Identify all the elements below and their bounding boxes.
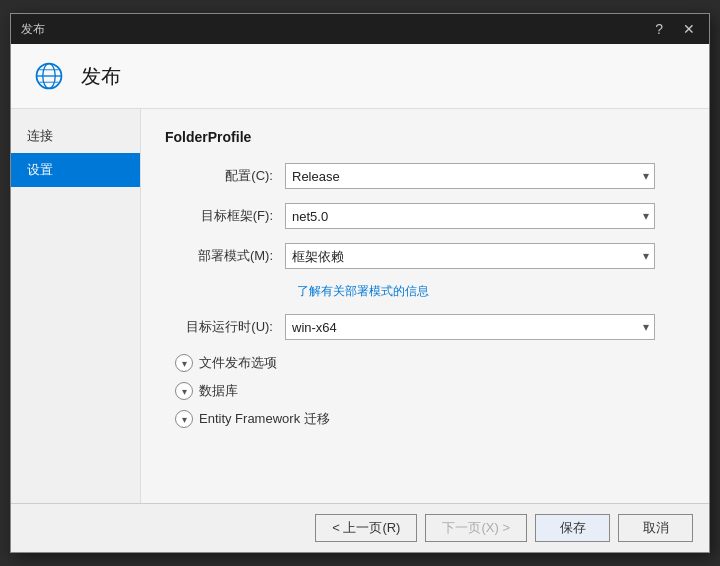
- deploy-mode-select-wrapper: 框架依赖 独立: [285, 243, 655, 269]
- sidebar-item-connect[interactable]: 连接: [11, 119, 140, 153]
- framework-select-wrapper: net5.0 net6.0 net7.0: [285, 203, 655, 229]
- title-bar-left: 发布: [21, 21, 45, 38]
- globe-icon: [33, 60, 65, 92]
- footer: < 上一页(R) 下一页(X) > 保存 取消: [11, 503, 709, 552]
- header-icon: [31, 58, 67, 94]
- runtime-label: 目标运行时(U):: [165, 318, 285, 336]
- next-button[interactable]: 下一页(X) >: [425, 514, 527, 542]
- deploy-mode-label: 部署模式(M):: [165, 247, 285, 265]
- ef-migration-section[interactable]: ▾ Entity Framework 迁移: [175, 410, 685, 428]
- runtime-row: 目标运行时(U): win-x64 win-x86 linux-x64 osx-…: [165, 314, 685, 340]
- deploy-info-link[interactable]: 了解有关部署模式的信息: [297, 283, 685, 300]
- main-content: FolderProfile 配置(C): Release Debug 目标框架(…: [141, 109, 709, 503]
- prev-button[interactable]: < 上一页(R): [315, 514, 417, 542]
- cancel-button[interactable]: 取消: [618, 514, 693, 542]
- sidebar-item-settings-label: 设置: [27, 161, 53, 179]
- sidebar-item-connect-label: 连接: [27, 127, 53, 145]
- deploy-mode-select[interactable]: 框架依赖 独立: [285, 243, 655, 269]
- framework-label: 目标框架(F):: [165, 207, 285, 225]
- header: 发布: [11, 44, 709, 109]
- title-bar-title: 发布: [21, 21, 45, 38]
- config-select[interactable]: Release Debug: [285, 163, 655, 189]
- header-title: 发布: [81, 63, 121, 90]
- runtime-select[interactable]: win-x64 win-x86 linux-x64 osx-x64: [285, 314, 655, 340]
- config-label: 配置(C):: [165, 167, 285, 185]
- sidebar-item-settings[interactable]: 设置: [11, 153, 140, 187]
- close-button[interactable]: ✕: [679, 19, 699, 39]
- file-publish-expand-icon: ▾: [175, 354, 193, 372]
- config-select-wrapper: Release Debug: [285, 163, 655, 189]
- sidebar: 连接 设置: [11, 109, 141, 503]
- database-section[interactable]: ▾ 数据库: [175, 382, 685, 400]
- title-bar-right: ? ✕: [651, 19, 699, 39]
- save-button[interactable]: 保存: [535, 514, 610, 542]
- file-publish-section[interactable]: ▾ 文件发布选项: [175, 354, 685, 372]
- section-title: FolderProfile: [165, 129, 685, 145]
- config-row: 配置(C): Release Debug: [165, 163, 685, 189]
- framework-row: 目标框架(F): net5.0 net6.0 net7.0: [165, 203, 685, 229]
- deploy-mode-row: 部署模式(M): 框架依赖 独立: [165, 243, 685, 269]
- dialog: 发布 ? ✕ 发布 连接 设置: [10, 13, 710, 553]
- help-button[interactable]: ?: [651, 19, 667, 39]
- body: 连接 设置 FolderProfile 配置(C): Release Debug: [11, 109, 709, 503]
- file-publish-label: 文件发布选项: [199, 354, 277, 372]
- ef-migration-expand-icon: ▾: [175, 410, 193, 428]
- title-bar: 发布 ? ✕: [11, 14, 709, 44]
- framework-select[interactable]: net5.0 net6.0 net7.0: [285, 203, 655, 229]
- database-label: 数据库: [199, 382, 238, 400]
- database-expand-icon: ▾: [175, 382, 193, 400]
- ef-migration-label: Entity Framework 迁移: [199, 410, 330, 428]
- runtime-select-wrapper: win-x64 win-x86 linux-x64 osx-x64: [285, 314, 655, 340]
